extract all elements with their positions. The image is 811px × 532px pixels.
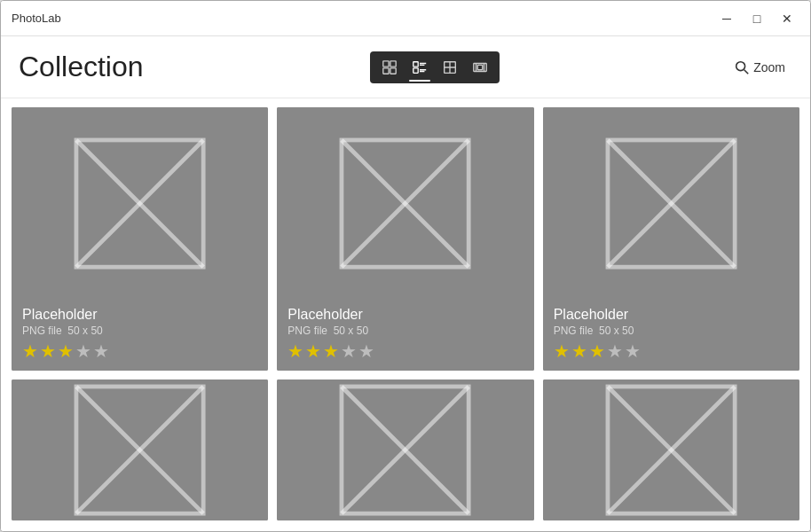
placeholder-image-3 [601,133,742,274]
photo-info-2: Placeholder PNG file 50 x 50 ★ ★ ★ ★ ★ [277,300,533,371]
star-3-1: ★ [554,340,570,362]
star-3-5: ★ [625,340,641,362]
star-1-4: ★ [75,340,91,362]
zoom-label: Zoom [753,60,785,74]
placeholder-image-2 [335,133,476,274]
star-2-5: ★ [358,340,374,362]
photo-name-3: Placeholder [554,307,789,323]
star-1-5: ★ [93,340,109,362]
photo-thumbnail-3 [543,107,799,300]
placeholder-image-6 [601,379,742,520]
view-toggle-group [370,51,500,83]
minimize-button[interactable]: ─ [714,6,739,31]
content-area[interactable]: Placeholder PNG file 50 x 50 ★ ★ ★ ★ ★ [1,98,810,531]
zoom-button[interactable]: Zoom [727,56,792,79]
detail-icon [412,59,428,75]
svg-rect-2 [383,67,389,73]
toolbar-right: Zoom [727,56,792,79]
photo-thumbnail-4 [12,379,268,520]
square-icon [442,59,458,75]
svg-rect-4 [413,61,418,66]
photo-card-3[interactable]: Placeholder PNG file 50 x 50 ★ ★ ★ ★ ★ [543,107,799,371]
search-icon [734,59,750,75]
photo-meta-1: PNG file 50 x 50 [22,325,257,337]
star-2-3: ★ [323,340,339,362]
title-bar-controls: ─ □ ✕ [714,6,799,31]
photo-card-6[interactable] [543,379,799,520]
page-title: Collection [19,51,144,83]
filmstrip-icon [472,59,488,75]
photo-meta-3: PNG file 50 x 50 [554,325,789,337]
star-3-2: ★ [571,340,587,362]
placeholder-image-5 [335,379,476,520]
star-2-1: ★ [287,340,303,362]
toolbar: Collection [1,36,810,98]
photo-info-3: Placeholder PNG file 50 x 50 ★ ★ ★ ★ ★ [543,300,799,371]
svg-point-17 [736,61,745,70]
svg-line-18 [744,69,749,74]
photo-stars-3: ★ ★ ★ ★ ★ [554,340,789,362]
photo-card-2[interactable]: Placeholder PNG file 50 x 50 ★ ★ ★ ★ ★ [277,107,533,371]
star-2-4: ★ [341,340,357,362]
close-button[interactable]: ✕ [775,6,799,31]
photo-stars-2: ★ ★ ★ ★ ★ [287,340,523,362]
filmstrip-view-button[interactable] [466,55,494,80]
star-1-2: ★ [40,340,56,362]
view-toggle-area [144,51,728,83]
photo-grid: Placeholder PNG file 50 x 50 ★ ★ ★ ★ ★ [12,107,799,520]
photo-name-2: Placeholder [287,307,523,323]
maximize-button[interactable]: □ [744,6,769,31]
app-window: PhotoLab ─ □ ✕ Collection [0,0,811,532]
photo-name-1: Placeholder [22,307,257,323]
square-view-button[interactable] [436,55,464,80]
svg-rect-3 [390,67,396,73]
star-3-3: ★ [589,340,605,362]
photo-thumbnail-2 [277,107,533,300]
star-1-1: ★ [22,340,38,362]
svg-rect-16 [478,65,483,69]
title-bar: PhotoLab ─ □ ✕ [1,1,810,36]
photo-card-1[interactable]: Placeholder PNG file 50 x 50 ★ ★ ★ ★ ★ [12,107,268,371]
svg-rect-0 [383,60,389,66]
star-2-2: ★ [305,340,321,362]
svg-rect-7 [413,67,418,72]
svg-rect-1 [390,60,396,66]
photo-stars-1: ★ ★ ★ ★ ★ [22,340,257,362]
placeholder-image-4 [69,379,210,520]
photo-card-5[interactable] [277,379,533,520]
placeholder-image-1 [69,133,210,274]
grid-view-button[interactable] [375,55,404,80]
photo-card-4[interactable] [12,379,268,520]
grid-icon [382,59,398,75]
app-title: PhotoLab [12,12,714,25]
photo-info-1: Placeholder PNG file 50 x 50 ★ ★ ★ ★ ★ [12,300,268,371]
star-3-4: ★ [607,340,623,362]
star-1-3: ★ [58,340,74,362]
photo-thumbnail-6 [543,379,799,520]
detail-view-button[interactable] [406,55,434,80]
photo-thumbnail-1 [12,107,268,300]
photo-thumbnail-5 [277,379,533,520]
photo-meta-2: PNG file 50 x 50 [287,325,523,337]
